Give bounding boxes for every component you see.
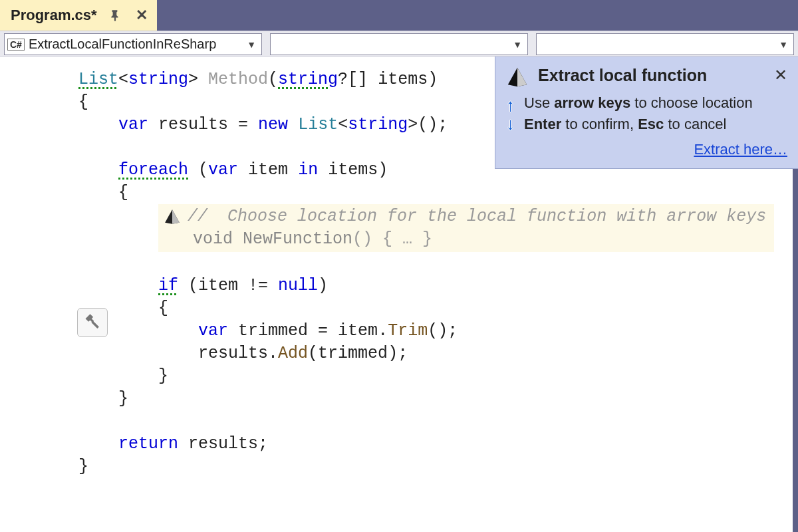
code-token: NewFunction (243, 229, 352, 249)
code-token: in (298, 160, 318, 180)
code-editor[interactable]: List<string> Method(string?[] items) { v… (0, 57, 798, 532)
code-token: foreach (118, 160, 188, 180)
code-token: item (338, 321, 378, 340)
popup-text: to cancel (664, 116, 726, 132)
popup-text: arrow keys (554, 94, 630, 111)
insertion-preview: // Choose location for the local functio… (158, 204, 774, 252)
arrow-hints: ↑ ↓ (506, 92, 515, 160)
hammer-icon (83, 313, 102, 332)
code-token: void (193, 229, 233, 249)
pin-icon[interactable] (109, 9, 121, 21)
popup-title: Extract local function (538, 66, 765, 85)
code-token: results (198, 344, 268, 363)
code-token: items (328, 160, 378, 180)
code-token: trimmed (318, 344, 388, 363)
code-token: string (348, 115, 408, 134)
code-token: item (248, 160, 288, 180)
pyramid-icon (506, 66, 529, 88)
code-token: results (158, 115, 228, 134)
code-token: items (378, 70, 428, 89)
code-token: Method (208, 70, 268, 89)
popup-text: Esc (638, 116, 664, 132)
code-token: Add (278, 344, 308, 363)
navigation-bar: C# ExtractLocalFunctionInReSharp ▼ ▼ ▼ (0, 31, 798, 57)
close-icon[interactable]: ✕ (133, 7, 150, 24)
csharp-badge: C# (7, 39, 25, 51)
chevron-down-icon: ▼ (241, 39, 261, 50)
code-token: string (128, 70, 188, 89)
extract-here-link[interactable]: Extract here… (694, 141, 787, 158)
code-token: Trim (388, 321, 428, 340)
arrow-up-icon: ↑ (506, 96, 515, 114)
tab-strip: Program.cs* ✕ (0, 0, 798, 31)
file-tab[interactable]: Program.cs* ✕ (0, 0, 157, 31)
code-token: if (158, 276, 178, 295)
arrow-down-icon: ↓ (506, 115, 515, 132)
pyramid-icon (164, 208, 181, 225)
popup-text: to choose location (630, 94, 752, 111)
scope-dropdown[interactable]: C# ExtractLocalFunctionInReSharp ▼ (4, 33, 262, 55)
tab-title: Program.cs* (11, 7, 97, 24)
popup-body: Use arrow keys to choose location Enter … (524, 92, 787, 160)
chevron-down-icon: ▼ (773, 39, 793, 50)
code-token: item (198, 276, 238, 295)
svg-rect-0 (91, 321, 99, 329)
code-token: return (118, 434, 178, 454)
code-token: var (208, 160, 238, 180)
type-dropdown[interactable]: ▼ (270, 33, 528, 55)
code-token: List (298, 115, 338, 134)
extract-function-popup: Extract local function ✕ ↑ ↓ Use arrow k… (495, 57, 798, 169)
scope-dropdown-label: ExtractLocalFunctionInReSharp (29, 37, 241, 52)
insertion-comment: // Choose location for the local functio… (188, 205, 766, 228)
code-token: var (118, 115, 148, 134)
code-token: string (278, 70, 338, 89)
code-token: var (198, 321, 228, 340)
close-icon[interactable]: ✕ (774, 66, 787, 84)
code-token: new (258, 115, 288, 134)
code-token: null (278, 276, 318, 295)
chevron-down-icon: ▼ (507, 39, 527, 50)
code-token: trimmed (238, 321, 308, 340)
code-token: List (78, 70, 118, 89)
code-token: { … } (382, 229, 432, 249)
quick-action-button[interactable] (77, 308, 108, 337)
member-dropdown[interactable]: ▼ (536, 33, 794, 55)
code-token: results (188, 434, 258, 454)
popup-text: Use (524, 94, 554, 111)
popup-text: Enter (524, 116, 561, 132)
popup-text: to confirm, (561, 116, 638, 132)
